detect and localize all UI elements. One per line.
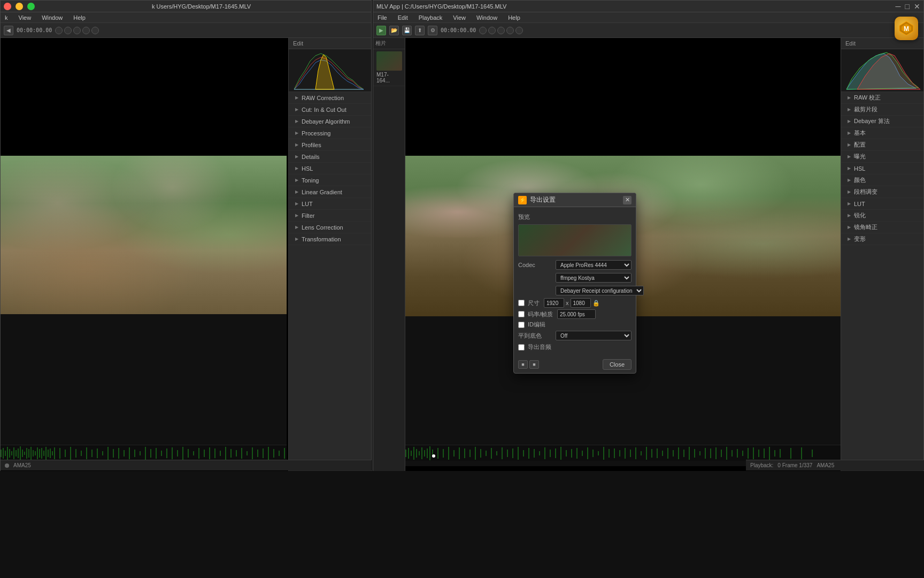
audio-checkbox[interactable] bbox=[518, 344, 525, 351]
circle-1 bbox=[55, 27, 63, 34]
right-export-btn[interactable]: ⬆ bbox=[415, 26, 425, 35]
svg-rect-103 bbox=[523, 450, 524, 457]
left-app-window: k Users/HYG/Desktop/M17-1645.MLV k View … bbox=[0, 0, 372, 471]
panel-item-hsl[interactable]: HSL bbox=[289, 163, 371, 174]
svg-rect-76 bbox=[405, 450, 406, 457]
svg-rect-60 bbox=[241, 448, 242, 459]
dialog-body: 预览 Codec Apple ProRes 4444 ffmpeg Kostya… bbox=[514, 207, 636, 357]
panel-item-lens[interactable]: Lens Correction bbox=[289, 222, 371, 233]
panel-item-lut[interactable]: LUT bbox=[289, 198, 371, 210]
cn-panel-raw[interactable]: RAW 校正 bbox=[841, 92, 923, 104]
right-close[interactable]: ✕ bbox=[914, 2, 920, 11]
cn-panel-lens[interactable]: 镜角畸正 bbox=[841, 222, 923, 233]
svg-rect-132 bbox=[678, 447, 679, 459]
bitrate-checkbox[interactable] bbox=[518, 311, 525, 317]
menu-playback[interactable]: Playback bbox=[417, 13, 445, 22]
id-label: ID编辑 bbox=[528, 321, 545, 329]
right-settings-btn[interactable]: ⚙ bbox=[428, 26, 437, 35]
cn-panel-lut[interactable]: LUT bbox=[841, 198, 923, 210]
mini-btn-2[interactable]: ■ bbox=[529, 360, 539, 369]
svg-rect-94 bbox=[475, 447, 476, 460]
cn-panel-transform[interactable]: 变形 bbox=[841, 233, 923, 245]
debayer-select[interactable]: Debayer Receipt configuration bbox=[556, 286, 644, 295]
svg-rect-126 bbox=[646, 447, 647, 460]
left-toolbar: ◀ 00:00:00.00 bbox=[1, 23, 371, 38]
panel-item-raw[interactable]: RAW Correction bbox=[289, 92, 371, 104]
menu-edit[interactable]: Edit bbox=[396, 13, 410, 22]
mini-btn-1[interactable]: ■ bbox=[518, 360, 528, 369]
panel-item-profiles[interactable]: Profiles bbox=[289, 139, 371, 151]
cn-panel-exposure[interactable]: 曝光 bbox=[841, 151, 923, 163]
size-height-input[interactable] bbox=[571, 298, 591, 308]
svg-rect-114 bbox=[582, 451, 583, 456]
panel-item-toning[interactable]: Toning bbox=[289, 174, 371, 186]
svg-rect-88 bbox=[443, 449, 444, 458]
svg-rect-87 bbox=[437, 448, 438, 459]
panel-item-filter[interactable]: Filter bbox=[289, 210, 371, 222]
svg-rect-63 bbox=[257, 450, 258, 457]
svg-rect-34 bbox=[102, 451, 103, 455]
size-width-input[interactable] bbox=[544, 298, 564, 308]
debayer-row: Debayer Receipt configuration bbox=[518, 285, 632, 296]
cn-panel-config[interactable]: 配置 bbox=[841, 139, 923, 151]
svg-rect-32 bbox=[91, 450, 93, 457]
dialog-close-x[interactable]: ✕ bbox=[623, 196, 632, 204]
panel-item-details[interactable]: Details bbox=[289, 151, 371, 163]
cn-panel-basic[interactable]: 基本 bbox=[841, 127, 923, 139]
right-open-btn[interactable]: 📂 bbox=[389, 26, 399, 35]
right-maximize[interactable]: □ bbox=[905, 2, 910, 11]
right-toolbar-btn[interactable]: ▶ bbox=[376, 26, 386, 35]
svg-rect-31 bbox=[86, 447, 87, 459]
ffmpeg-select[interactable]: ffmpeg Kostya bbox=[556, 273, 632, 283]
cn-panel-sharpen[interactable]: 锐化 bbox=[841, 210, 923, 222]
menu-view[interactable]: View bbox=[17, 13, 34, 22]
svg-rect-13 bbox=[28, 449, 29, 458]
right-minimize[interactable]: ─ bbox=[896, 2, 901, 11]
cn-panel-hsl[interactable]: HSL bbox=[841, 163, 923, 174]
minimize-button[interactable] bbox=[16, 3, 23, 10]
close-button[interactable] bbox=[4, 3, 11, 10]
svg-rect-107 bbox=[544, 447, 545, 459]
menu-view-r[interactable]: View bbox=[451, 13, 468, 22]
file-name: M17-164... bbox=[376, 72, 390, 83]
halign-select[interactable]: Off bbox=[556, 331, 632, 340]
panel-item-linear[interactable]: Linear Gradient bbox=[289, 186, 371, 198]
svg-rect-81 bbox=[419, 451, 420, 455]
panel-item-cut[interactable]: Cut: In & Cut Out bbox=[289, 104, 371, 116]
svg-rect-18 bbox=[39, 449, 40, 458]
black-bottom bbox=[1, 314, 287, 461]
svg-rect-62 bbox=[252, 447, 253, 459]
svg-rect-112 bbox=[571, 449, 572, 458]
size-checkbox[interactable] bbox=[518, 300, 525, 306]
svg-rect-119 bbox=[609, 449, 610, 458]
menu-file[interactable]: File bbox=[375, 13, 389, 22]
svg-rect-48 bbox=[177, 450, 178, 457]
svg-rect-39 bbox=[129, 447, 130, 459]
codec-select[interactable]: Apple ProRes 4444 bbox=[556, 260, 632, 270]
panel-item-transform[interactable]: Transformation bbox=[289, 233, 371, 245]
svg-rect-35 bbox=[107, 447, 109, 460]
right-save-btn[interactable]: 💾 bbox=[402, 26, 412, 35]
bitrate-input[interactable] bbox=[557, 309, 596, 319]
menu-k[interactable]: k bbox=[3, 13, 10, 22]
close-dialog-button[interactable]: Close bbox=[603, 359, 632, 370]
cn-panel-tone[interactable]: 段档调变 bbox=[841, 186, 923, 198]
file-item-1[interactable]: M17-164... bbox=[373, 49, 405, 86]
menu-help-r[interactable]: Help bbox=[506, 13, 522, 22]
menu-window[interactable]: Window bbox=[40, 13, 65, 22]
svg-rect-153 bbox=[801, 447, 802, 459]
toolbar-btn-1[interactable]: ◀ bbox=[4, 26, 13, 35]
panel-item-processing[interactable]: Processing bbox=[289, 127, 371, 139]
svg-rect-41 bbox=[140, 451, 141, 455]
cn-panel-debayer[interactable]: Debayer 算法 bbox=[841, 116, 923, 127]
panel-item-debayer[interactable]: Debayer Algorithm bbox=[289, 116, 371, 127]
menu-window-r[interactable]: Window bbox=[474, 13, 499, 22]
menu-help[interactable]: Help bbox=[71, 13, 88, 22]
svg-rect-43 bbox=[150, 449, 151, 458]
cn-panel-cut[interactable]: 裁剪片段 bbox=[841, 104, 923, 116]
maximize-button[interactable] bbox=[27, 3, 35, 10]
right-circle-5 bbox=[515, 27, 523, 34]
cn-panel-color[interactable]: 颜色 bbox=[841, 174, 923, 186]
id-checkbox[interactable] bbox=[518, 322, 525, 328]
svg-rect-52 bbox=[198, 448, 199, 459]
